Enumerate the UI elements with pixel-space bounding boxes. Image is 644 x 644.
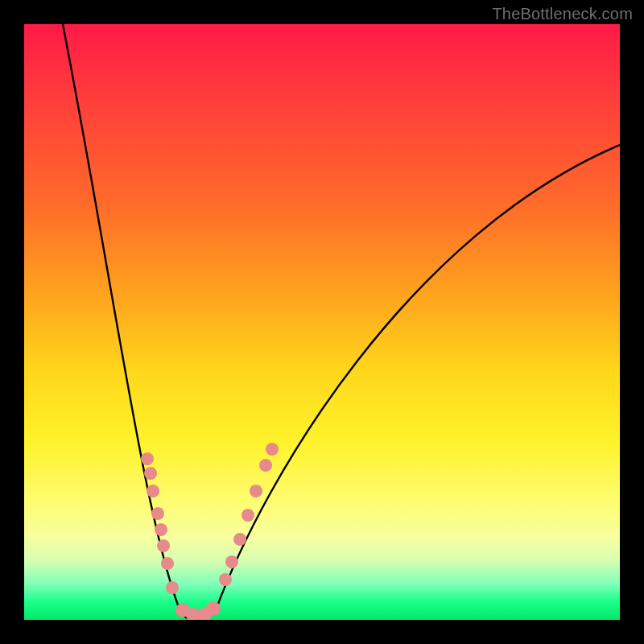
watermark-text: TheBottleneck.com <box>492 5 633 23</box>
dot-left-4 <box>155 523 167 536</box>
dot-left-0 <box>141 452 154 465</box>
dot-right-0 <box>219 573 232 586</box>
dot-left-5 <box>157 539 170 552</box>
bottleneck-curve-svg <box>24 24 620 620</box>
dot-left-3 <box>151 507 164 520</box>
dot-right-1 <box>225 555 238 568</box>
dot-right-6 <box>266 443 279 456</box>
dot-right-2 <box>233 533 246 546</box>
dot-right-5 <box>259 459 272 472</box>
dot-right-4 <box>250 485 262 497</box>
chart-plot-area <box>24 24 620 620</box>
dot-left-1 <box>144 467 157 480</box>
bottleneck-curve-path <box>63 24 620 619</box>
dot-trough-3 <box>206 601 221 616</box>
dot-left-6 <box>161 557 174 570</box>
dot-left-2 <box>147 485 159 497</box>
data-dots-group <box>141 443 279 620</box>
dot-left-7 <box>166 581 179 594</box>
dot-right-3 <box>242 509 254 522</box>
